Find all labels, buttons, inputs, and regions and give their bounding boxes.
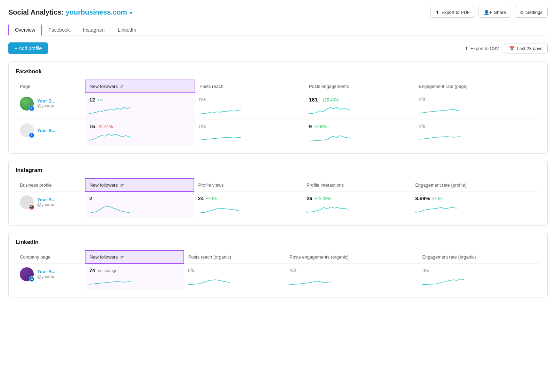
share-label: Share xyxy=(494,10,506,15)
metric-change: +20% xyxy=(206,196,216,201)
metric-value: 26 xyxy=(306,195,312,201)
table-row: f Your B... 15 -51.61% xyxy=(16,120,540,147)
metric-na: n/a xyxy=(289,267,296,273)
domain-chevron-icon[interactable]: ▾ xyxy=(130,10,132,16)
fb-row2-posts-reach: n/a xyxy=(195,120,305,147)
table-row: f Your B... @yourbu... 12 +∞ xyxy=(16,93,540,120)
fb-row1-posts-reach: n/a xyxy=(195,93,305,120)
sparkline-chart xyxy=(89,131,131,142)
profile-name[interactable]: Your B... xyxy=(37,128,55,133)
sparkline-chart xyxy=(422,274,464,285)
li-col-posts-engagements-organic: Posts engagements (organic) xyxy=(285,251,418,263)
fb-row1-new-followers: 12 +∞ xyxy=(85,93,195,120)
sparkline-chart xyxy=(199,130,241,141)
linkedin-section-title: LinkedIn xyxy=(16,239,540,245)
metric-value: 181 xyxy=(309,97,318,103)
facebook-section-title: Facebook xyxy=(16,68,540,75)
profile-handle: @yourbu... xyxy=(37,104,58,108)
sparkline-chart xyxy=(419,104,460,115)
ig-row1-new-followers: 2 xyxy=(85,191,194,218)
metric-value: 12 xyxy=(89,97,95,103)
tab-overview[interactable]: Overview xyxy=(8,24,42,35)
sparkline-chart xyxy=(89,203,131,214)
metric-change: no change xyxy=(98,268,117,273)
instagram-table-header: Business profile New followers Profile v… xyxy=(16,179,540,191)
sparkline-chart xyxy=(199,104,241,115)
date-range-button[interactable]: 📅 Last 28 days xyxy=(504,43,548,54)
tab-facebook[interactable]: Facebook xyxy=(42,24,76,35)
fb-col-page: Page xyxy=(16,80,85,93)
metric-na: n/a xyxy=(188,267,195,273)
instagram-section-title: Instagram xyxy=(16,167,540,173)
add-profile-label: + Add profile xyxy=(15,46,42,51)
gear-icon: ⚙ xyxy=(520,10,524,15)
profile-name[interactable]: Your B... xyxy=(37,197,58,202)
fb-col-new-followers[interactable]: New followers xyxy=(85,80,195,93)
profile-name[interactable]: Your B... xyxy=(37,98,58,104)
linkedin-section: LinkedIn Company page New followers Post… xyxy=(8,232,548,297)
tab-linkedin[interactable]: LinkedIn xyxy=(111,24,143,35)
ig-row1-engagement-rate: 3.69% +1.63 xyxy=(411,191,540,218)
li-row1-profile: in Your B... @yourbu... xyxy=(16,263,85,290)
metric-change: +1.63 xyxy=(432,196,442,201)
metric-value: 74 xyxy=(89,267,95,273)
linkedin-badge-icon: in xyxy=(29,276,34,282)
ig-row1-profile: 📷 Your B... @yourbu... xyxy=(16,191,85,218)
facebook-badge-icon: f xyxy=(29,106,34,111)
ig-col-profile: Business profile xyxy=(16,179,85,191)
fb-row2-profile: f Your B... xyxy=(16,120,85,147)
export-csv-label: Export to CSV xyxy=(471,46,499,51)
settings-button[interactable]: ⚙ Settings xyxy=(515,7,548,18)
instagram-badge-icon: 📷 xyxy=(29,204,34,210)
export-icon: ⬆ xyxy=(435,10,439,15)
profile-name[interactable]: Your B... xyxy=(37,269,58,274)
export-pdf-button[interactable]: ⬆ Export to PDF xyxy=(430,7,475,18)
instagram-section: Instagram Business profile New followers… xyxy=(8,160,548,226)
sparkline-chart xyxy=(89,275,131,286)
metric-na: n/a xyxy=(199,123,206,129)
li-row1-posts-reach-organic: n/a xyxy=(184,263,286,290)
metric-change: +800% xyxy=(314,124,327,129)
metric-na: n/a xyxy=(419,123,425,129)
metric-change: +73.33% xyxy=(314,196,331,201)
share-button[interactable]: 👤+ Share xyxy=(479,7,511,18)
sort-icon[interactable] xyxy=(121,85,124,88)
ig-col-engagement-rate: Engagement rate (profile) xyxy=(411,179,540,191)
li-col-posts-reach-organic: Posts reach (organic) xyxy=(184,251,286,263)
calendar-icon: 📅 xyxy=(509,46,515,51)
sparkline-chart xyxy=(309,131,351,142)
li-col-page: Company page xyxy=(16,251,85,263)
sparkline-chart xyxy=(309,104,351,115)
fb-row2-new-followers: 15 -51.61% xyxy=(85,120,195,147)
ig-row1-profile-interactions: 26 +73.33% xyxy=(302,191,411,218)
facebook-badge-icon: f xyxy=(29,132,34,138)
share-icon: 👤+ xyxy=(484,10,492,15)
header: Social Analytics: yourbusiness.com ▾ ⬆ E… xyxy=(8,7,548,18)
linkedin-table: Company page New followers Posts reach (… xyxy=(16,250,540,290)
metric-change: +∞ xyxy=(97,98,103,103)
li-row1-engagement-rate-organic: n/a xyxy=(418,263,540,290)
upload-icon: ⬆ xyxy=(465,46,468,51)
fb-row1-profile: f Your B... @yourbu... xyxy=(16,93,85,120)
sort-icon[interactable] xyxy=(121,256,124,259)
table-row: 📷 Your B... @yourbu... 2 xyxy=(16,191,540,218)
ig-col-profile-interactions: Profile interactions xyxy=(302,179,411,191)
metric-na: n/a xyxy=(419,97,425,102)
settings-label: Settings xyxy=(526,10,542,15)
sparkline-chart xyxy=(289,274,331,285)
export-csv-button[interactable]: ⬆ Export to CSV xyxy=(465,46,499,51)
tab-instagram[interactable]: Instagram xyxy=(76,24,111,35)
metric-value: 15 xyxy=(89,123,95,129)
add-profile-button[interactable]: + Add profile xyxy=(8,42,48,54)
metric-na: n/a xyxy=(422,267,429,273)
domain-link[interactable]: yourbusiness.com xyxy=(66,8,127,16)
tabs: Overview Facebook Instagram LinkedIn xyxy=(8,24,548,35)
facebook-table: Page New followers Posts reach Posts eng… xyxy=(16,80,540,146)
sparkline-chart xyxy=(89,104,131,115)
sort-icon[interactable] xyxy=(121,184,124,187)
li-row1-new-followers: 74 no change xyxy=(85,263,184,290)
ig-col-new-followers[interactable]: New followers xyxy=(85,179,194,191)
li-col-new-followers[interactable]: New followers xyxy=(85,251,184,263)
sparkline-chart xyxy=(188,274,230,285)
metric-value: 9 xyxy=(309,123,312,129)
